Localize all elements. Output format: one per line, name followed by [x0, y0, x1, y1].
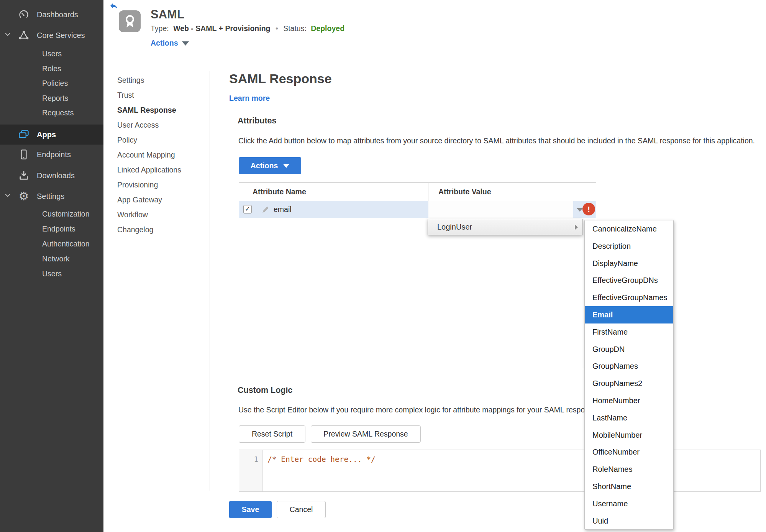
column-header-attribute-name: Attribute Name — [253, 183, 306, 201]
gear-icon: ⚙ — [18, 190, 30, 202]
menu-item-lastname[interactable]: LastName — [585, 409, 673, 427]
tab-trust[interactable]: Trust — [117, 88, 181, 103]
sidebar-item-apps[interactable]: Apps — [0, 125, 103, 144]
menu-item-displayname[interactable]: DisplayName — [585, 255, 673, 272]
tab-workflow[interactable]: Workflow — [117, 207, 181, 222]
sidebar-item-roles[interactable]: Roles — [0, 61, 103, 76]
status-badge: Deployed — [308, 24, 344, 33]
sidebar-item-settings[interactable]: ⚙ Settings — [0, 189, 103, 204]
menu-item-uuid[interactable]: Uuid — [585, 512, 673, 530]
sidebar-item-users[interactable]: Users — [0, 46, 103, 61]
sidebar-item-network[interactable]: Network — [0, 251, 103, 266]
sidebar-item-label: Downloads — [37, 171, 75, 180]
error-icon: ! — [582, 203, 595, 215]
menu-item-homenumber[interactable]: HomeNumber — [585, 392, 673, 409]
chevron-down-icon — [283, 164, 289, 168]
tab-provisioning[interactable]: Provisioning — [117, 177, 181, 192]
app-meta: Type: Web - SAML + Provisioning • Status… — [151, 24, 344, 33]
sidebar-item-authentication[interactable]: Authentication — [0, 236, 103, 251]
sidebar-item-endpoints[interactable]: Endpoints — [0, 147, 103, 162]
tab-app-gateway[interactable]: App Gateway — [117, 192, 181, 207]
sidebar-item-core-services[interactable]: Core Services — [0, 28, 103, 43]
chevron-down-icon — [4, 192, 11, 200]
dropdown-menu-loginuser[interactable]: LoginUser — [428, 219, 583, 235]
download-icon — [18, 169, 30, 182]
menu-item-description[interactable]: Description — [585, 238, 673, 255]
learn-more-link[interactable]: Learn more — [229, 94, 270, 103]
attributes-heading: Attributes — [238, 116, 277, 126]
page-title: SAML — [151, 8, 184, 21]
header-actions-dropdown[interactable]: Actions — [151, 39, 189, 48]
line-number: 1 — [254, 455, 258, 463]
dropdown-caret-icon[interactable] — [577, 208, 583, 212]
menu-item-groupnames2[interactable]: GroupNames2 — [585, 375, 673, 392]
type-value: Web - SAML + Provisioning — [171, 24, 270, 33]
sidebar-item-label: Customization — [42, 210, 90, 218]
cancel-button[interactable]: Cancel — [277, 501, 326, 518]
sidebar-item-label: Network — [42, 255, 70, 263]
sidebar-item-users-settings[interactable]: Users — [0, 266, 103, 281]
custom-logic-heading: Custom Logic — [238, 386, 292, 395]
sidebar-item-downloads[interactable]: Downloads — [0, 168, 103, 183]
actions-button-label: Actions — [251, 161, 278, 170]
attribute-value-dropdown[interactable] — [428, 201, 573, 218]
sidebar-item-reports[interactable]: Reports — [0, 90, 103, 106]
editor-gutter: 1 — [239, 450, 263, 491]
menu-item-canonicalizename[interactable]: CanonicalizeName — [585, 220, 673, 238]
tab-linked-applications[interactable]: Linked Applications — [117, 163, 181, 177]
tab-policy[interactable]: Policy — [117, 133, 181, 148]
nav-divider — [210, 71, 210, 491]
tab-settings[interactable]: Settings — [117, 73, 181, 88]
sidebar-item-policies[interactable]: Policies — [0, 76, 103, 91]
tab-user-access[interactable]: User Access — [117, 118, 181, 133]
admin-portal-page: { "colors": { "accent_blue": "#2e77d8", … — [0, 0, 766, 532]
checkmark-icon: ✓ — [245, 206, 250, 212]
tab-account-mapping[interactable]: Account Mapping — [117, 148, 181, 163]
menu-item-firstname[interactable]: FirstName — [585, 323, 673, 341]
sidebar-item-customization[interactable]: Customization — [0, 206, 103, 222]
gauge-icon — [18, 8, 30, 21]
phone-icon — [18, 148, 30, 161]
sidebar-item-label: Requests — [42, 108, 74, 117]
row-checkbox[interactable]: ✓ — [243, 205, 252, 213]
sidebar-item-requests[interactable]: Requests — [0, 105, 103, 120]
script-editor[interactable]: 1 /* Enter code here... */ — [239, 450, 761, 492]
menu-item-label: LoginUser — [437, 223, 472, 231]
sidebar-item-label: Apps — [37, 130, 56, 139]
preview-saml-response-button[interactable]: Preview SAML Response — [311, 425, 421, 443]
menu-item-username[interactable]: Username — [585, 495, 673, 512]
sidebar-item-dashboards[interactable]: Dashboards — [0, 7, 103, 22]
sidebar-item-label: Endpoints — [37, 150, 71, 159]
sidebar-item-label: Reports — [42, 94, 68, 103]
bullet-separator: • — [272, 24, 281, 33]
sidebar-item-endpoints-settings[interactable]: Endpoints — [0, 221, 103, 236]
back-button[interactable] — [109, 1, 120, 10]
menu-item-effectivegroupnames[interactable]: EffectiveGroupNames — [585, 289, 673, 306]
sidebar-item-label: Authentication — [42, 240, 90, 248]
menu-item-mobilenumber[interactable]: MobileNumber — [585, 427, 673, 444]
menu-item-rolenames[interactable]: RoleNames — [585, 461, 673, 478]
edit-pencil-icon[interactable] — [261, 205, 270, 215]
menu-item-groupnames[interactable]: GroupNames — [585, 358, 673, 375]
save-button[interactable]: Save — [229, 501, 272, 518]
sidebar-item-label: Roles — [42, 64, 61, 73]
menu-item-effectivegroupdns[interactable]: EffectiveGroupDNs — [585, 272, 673, 289]
type-label: Type: — [151, 24, 169, 33]
attributes-actions-button[interactable]: Actions — [239, 157, 301, 174]
reset-script-button[interactable]: Reset Script — [239, 425, 305, 443]
sidebar: Dashboards Core Services Users Roles Pol… — [0, 0, 103, 532]
menu-item-officenumber[interactable]: OfficeNumber — [585, 443, 673, 461]
sidebar-item-label: Policies — [42, 79, 68, 88]
sidebar-item-label: Settings — [37, 192, 64, 201]
submenu-arrow-icon — [575, 225, 578, 230]
menu-item-email[interactable]: Email — [585, 306, 673, 323]
dropdown-submenu: CanonicalizeName Description DisplayName… — [584, 220, 674, 530]
menu-item-groupdn[interactable]: GroupDN — [585, 341, 673, 358]
status-label: Status: — [283, 24, 307, 33]
tab-changelog[interactable]: Changelog — [117, 222, 181, 237]
sidebar-item-label: Dashboards — [37, 10, 78, 19]
menu-item-shortname[interactable]: ShortName — [585, 478, 673, 495]
tab-saml-response[interactable]: SAML Response — [117, 103, 181, 118]
editor-code: /* Enter code here... */ — [267, 455, 376, 464]
sidebar-item-label: Core Services — [37, 31, 85, 40]
